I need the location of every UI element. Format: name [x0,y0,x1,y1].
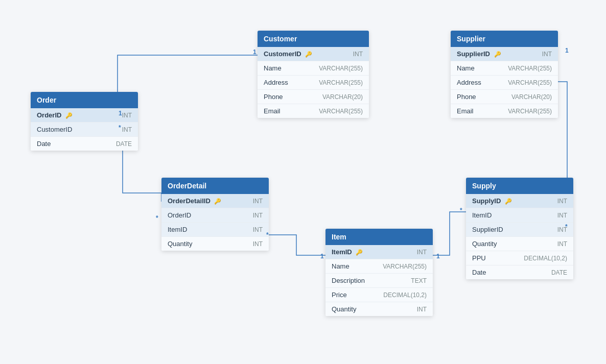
card-order-customerid-star: * [119,124,121,131]
customer-phone-type: VARCHAR(20) [322,93,363,101]
order-date-type: DATE [116,140,132,148]
item-header: Item [325,229,433,245]
item-quantity-field: Quantity [332,305,356,313]
card-order-customer-1: 1 [253,48,257,56]
supplier-name-type: VARCHAR(255) [508,65,552,72]
item-name-row: Name VARCHAR(255) [325,259,433,274]
order-header: Order [31,92,138,108]
item-supply-line [429,212,466,255]
orderdetail-quantity-row: Quantity INT [161,237,269,251]
item-name-field: Name [332,262,349,270]
supply-supplyid-row: SupplyID 🔑 INT [466,194,573,208]
customer-address-row: Address VARCHAR(255) [258,76,369,90]
supply-itemid-name: ItemID [472,211,492,219]
supply-supplierid-row: SupplierID INT [466,223,573,237]
order-customerid-name: CustomerID [37,126,72,133]
item-quantity-row: Quantity INT [325,302,433,316]
orderdetail-header: OrderDetail [161,178,269,194]
item-itemid-type: INT [417,249,427,256]
card-supply-supplier-star: * [565,223,568,230]
order-orderdetail-line [123,145,161,202]
order-table[interactable]: Order OrderID 🔑 INT CustomerID INT Date … [31,92,138,151]
supply-quantity-name: Quantity [472,240,497,248]
customer-name-row: Name VARCHAR(255) [258,61,369,76]
supplier-name-row: Name VARCHAR(255) [451,61,558,76]
item-itemid-row: ItemID 🔑 INT [325,245,433,259]
supply-date-row: Date DATE [466,265,573,279]
supplier-phone-field: Phone [457,93,476,101]
item-name-type: VARCHAR(255) [383,263,427,270]
supplier-email-type: VARCHAR(255) [508,108,552,115]
card-item-orderdetail-1: 1 [320,253,324,260]
item-price-type: DECIMAL(10,2) [383,292,427,299]
card-supplier-supply-1: 1 [565,47,569,54]
diagram-canvas: Customer CustomerID 🔑 INT Name VARCHAR(2… [0,0,606,364]
customer-customerid-type: INT [353,51,363,58]
customer-customerid-name: CustomerID 🔑 [264,50,312,58]
order-customer-line [118,55,258,111]
supplier-address-type: VARCHAR(255) [508,79,552,86]
supply-itemid-type: INT [557,212,567,219]
item-table[interactable]: Item ItemID 🔑 INT Name VARCHAR(255) Desc… [325,229,433,316]
customer-table[interactable]: Customer CustomerID 🔑 INT Name VARCHAR(2… [258,31,369,118]
customer-name-field: Name [264,64,282,72]
customer-email-field: Email [264,107,281,115]
customer-email-type: VARCHAR(255) [319,108,363,115]
order-orderid-name: OrderID 🔑 [37,111,73,119]
supply-ppu-type: DECIMAL(10,2) [524,255,567,262]
customer-name-type: VARCHAR(255) [319,65,363,72]
customer-header: Customer [258,31,369,47]
supply-date-name: Date [472,269,486,276]
supply-supplier-line [557,82,567,184]
supply-itemid-row: ItemID INT [466,208,573,223]
order-orderid-type: INT [122,112,132,119]
supply-ppu-name: PPU [472,254,486,262]
supply-table[interactable]: Supply SupplyID 🔑 INT ItemID INT Supplie… [466,178,573,279]
customer-address-type: VARCHAR(255) [319,79,363,86]
supply-quantity-type: INT [557,240,567,248]
supplier-supplierid-name: SupplierID 🔑 [457,50,501,58]
orderdetail-quantity-name: Quantity [168,240,192,248]
orderdetail-orderid-row: OrderID INT [161,208,269,223]
item-description-field: Description [332,277,365,284]
supplier-address-row: Address VARCHAR(255) [451,76,558,90]
supply-header: Supply [466,178,573,194]
order-date-row: Date DATE [31,137,138,151]
item-itemid-name: ItemID 🔑 [332,248,363,256]
orderdetail-orderid-name: OrderID [168,211,191,219]
order-customerid-row: CustomerID INT [31,123,138,137]
orderdetail-table[interactable]: OrderDetail OrderDetailID 🔑 INT OrderID … [161,178,269,251]
supplier-address-field: Address [457,79,481,86]
supplier-supplierid-type: INT [542,51,552,58]
item-price-row: Price DECIMAL(10,2) [325,288,433,302]
orderdetail-orderid-type: INT [253,212,263,219]
supplier-supplierid-row: SupplierID 🔑 INT [451,47,558,61]
customer-phone-row: Phone VARCHAR(20) [258,90,369,104]
supplier-phone-row: Phone VARCHAR(20) [451,90,558,104]
card-order-customerid-1: 1 [119,110,122,117]
order-customerid-type: INT [122,126,132,133]
card-orderdetail-item-star: * [266,231,269,238]
supplier-header: Supplier [451,31,558,47]
supply-supplyid-name: SupplyID 🔑 [472,197,512,205]
orderdetail-itemid-type: INT [253,226,263,233]
order-date-field: Date [37,140,51,148]
supply-ppu-row: PPU DECIMAL(10,2) [466,251,573,265]
card-orderdetail-order-star: * [156,214,158,222]
customer-customerid-row: CustomerID 🔑 INT [258,47,369,61]
customer-phone-field: Phone [264,93,283,101]
card-item-supply-1: 1 [436,253,440,260]
supply-supplyid-type: INT [557,198,567,205]
item-price-field: Price [332,291,347,299]
item-description-row: Description TEXT [325,274,433,288]
supplier-email-field: Email [457,107,474,115]
orderdetail-id-name: OrderDetailID 🔑 [168,197,221,205]
supplier-phone-type: VARCHAR(20) [511,93,552,101]
supply-date-type: DATE [551,269,567,276]
supply-supplierid-name: SupplierID [472,226,503,233]
orderdetail-itemid-row: ItemID INT [161,223,269,237]
supplier-email-row: Email VARCHAR(255) [451,104,558,118]
orderdetail-item-line [264,235,325,255]
item-description-type: TEXT [411,277,427,284]
supplier-table[interactable]: Supplier SupplierID 🔑 INT Name VARCHAR(2… [451,31,558,118]
